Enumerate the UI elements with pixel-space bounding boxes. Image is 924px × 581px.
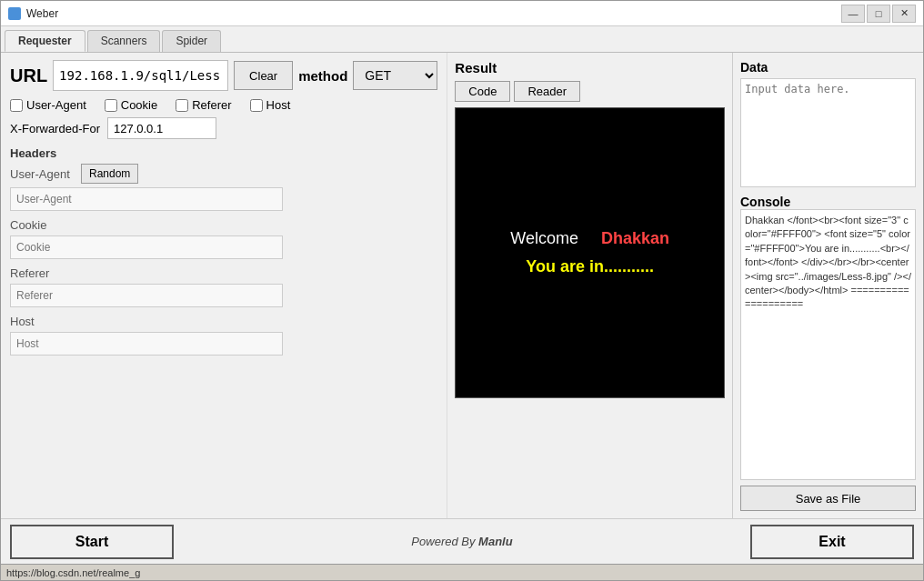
tab-scanners[interactable]: Scanners [87,30,161,52]
result-name: Dhakkan [601,229,669,247]
host-input[interactable] [10,332,283,356]
code-tab[interactable]: Code [455,81,510,102]
app-icon [8,7,21,20]
user-agent-checkbox[interactable] [10,99,23,112]
console-section: Console Dhakkan </font><br><font size="3… [740,195,916,511]
result-view: Welcome Dhakkan You are in........... [455,107,725,398]
host-checkbox-item[interactable]: Host [250,98,291,112]
reader-tab[interactable]: Reader [514,81,580,102]
cookie-checkbox-item[interactable]: Cookie [105,98,157,112]
headers-title: Headers [10,146,437,160]
data-section: Data [740,60,916,187]
result-welcome-line: Welcome Dhakkan [510,229,669,248]
referer-checkbox-item[interactable]: Referer [176,98,231,112]
referer-header-label: Referer [10,266,74,280]
cookie-header-group: Cookie [10,218,437,259]
user-agent-header-label: User-Agent [10,167,74,181]
bottom-bar: Start Powered By Manlu Exit [1,518,923,564]
referer-input[interactable] [10,284,283,307]
console-content[interactable]: Dhakkan </font><br><font size="3" color=… [740,209,916,480]
host-checkbox[interactable] [250,99,263,112]
user-agent-header-group: User-Agent Random [10,164,437,211]
tab-requester[interactable]: Requester [5,30,85,52]
tab-bar: Requester Scanners Spider [1,26,923,53]
method-label: method [298,68,347,84]
headers-section: Headers User-Agent Random Cookie [10,146,437,363]
right-panel: Data Console Dhakkan </font><br><font si… [732,53,923,518]
cookie-label: Cookie [121,98,157,112]
url-input[interactable] [53,60,228,91]
referer-checkbox[interactable] [176,99,188,112]
host-label: Host [266,98,291,112]
url-label: URL [10,65,47,86]
main-content: URL Clear method GET POST PUT DELETE Use… [1,53,923,518]
tab-spider[interactable]: Spider [162,30,221,52]
app-window: Weber — □ ✕ Requester Scanners Spider UR… [0,0,924,581]
random-button[interactable]: Random [81,164,138,184]
exit-button[interactable]: Exit [750,525,914,559]
referer-label: Referer [192,98,231,112]
referer-header-group: Referer [10,266,437,307]
title-bar: Weber — □ ✕ [1,1,923,26]
cookie-header-row: Cookie [10,218,437,232]
user-agent-label: User-Agent [26,98,86,112]
center-panel: Result Code Reader Welcome Dhakkan You a… [447,53,732,518]
host-header-group: Host [10,315,437,356]
cookie-input[interactable] [10,235,283,259]
welcome-text: Welcome [510,229,578,247]
data-textarea[interactable] [740,78,916,187]
status-text: https://blog.csdn.net/realme_g [6,567,140,578]
status-bar: https://blog.csdn.net/realme_g [1,564,923,580]
clear-button[interactable]: Clear [234,61,293,90]
user-agent-checkbox-item[interactable]: User-Agent [10,98,86,112]
window-title: Weber [26,7,58,20]
user-agent-header-row: User-Agent Random [10,164,437,184]
result-subtext: You are in........... [526,257,654,276]
close-button[interactable]: ✕ [892,5,916,23]
method-select[interactable]: GET POST PUT DELETE [353,61,437,90]
left-panel: URL Clear method GET POST PUT DELETE Use… [1,53,447,518]
title-bar-left: Weber [8,7,58,20]
title-controls: — □ ✕ [841,5,916,23]
start-button[interactable]: Start [10,525,174,559]
url-row: URL Clear method GET POST PUT DELETE [10,60,437,91]
result-tabs: Code Reader [455,81,725,102]
cookie-header-label: Cookie [10,218,74,232]
data-title: Data [740,60,916,75]
console-title: Console [740,195,916,209]
checkbox-row: User-Agent Cookie Referer Host [10,98,437,112]
xforward-input[interactable] [107,117,216,139]
minimize-button[interactable]: — [841,5,865,23]
user-agent-input[interactable] [10,187,283,211]
powered-text: Powered By Manlu [411,535,512,548]
result-label: Result [455,60,725,75]
cookie-checkbox[interactable] [105,99,117,112]
save-file-button[interactable]: Save as File [740,486,916,511]
xforward-label: X-Forwarded-For [10,122,100,135]
host-header-row: Host [10,315,437,328]
referer-header-row: Referer [10,266,437,280]
xforward-row: X-Forwarded-For [10,117,437,139]
maximize-button[interactable]: □ [867,5,890,23]
host-header-label: Host [10,315,74,328]
